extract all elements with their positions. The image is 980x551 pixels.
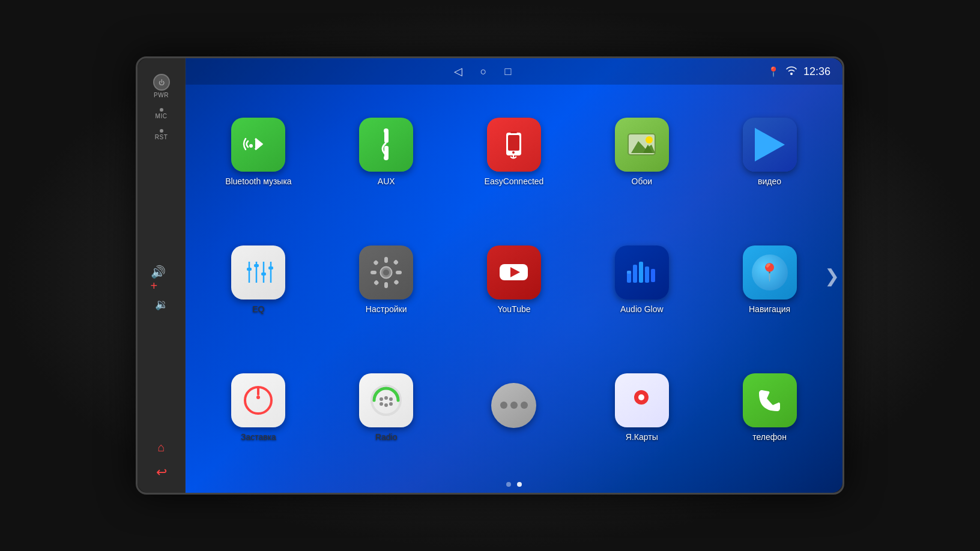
time-display: 12:36 (803, 65, 830, 78)
nav-pin-icon: 📍 (759, 262, 780, 282)
more-icon (491, 383, 536, 428)
svg-rect-30 (393, 279, 399, 285)
more-dot-2 (510, 402, 518, 409)
phone-label: телефон (752, 432, 787, 442)
vol-down-icon: 🔉 (155, 298, 168, 311)
left-panel: ⏻ PWR MIC RST 🔊+ 🔉 ⌂ (138, 58, 186, 493)
more-dot-3 (521, 402, 528, 409)
status-right: 📍 12:36 (767, 65, 830, 78)
pwr-button[interactable]: ⏻ PWR (138, 70, 185, 102)
svg-rect-15 (247, 268, 252, 271)
right-arrow-button[interactable]: ❯ (824, 265, 839, 286)
svg-point-48 (384, 396, 388, 400)
app-aux[interactable]: AUX (325, 91, 447, 212)
phone-icon (743, 373, 797, 427)
app-bluetooth[interactable]: Bluetooth музыка (198, 91, 319, 212)
app-radio[interactable]: Radio (325, 347, 447, 469)
app-more[interactable] (453, 347, 575, 469)
easyconnected-label: EasyConnected (485, 176, 544, 186)
youtube-label: YouTube (497, 304, 530, 314)
navigation-icon: 📍 (743, 245, 797, 300)
svg-rect-40 (627, 271, 631, 274)
vol-down-button[interactable]: 🔉 (151, 296, 172, 313)
app-screensaver[interactable]: Заставка (198, 347, 319, 469)
more-dots (500, 402, 528, 409)
app-audioglow[interactable]: Audio Glow (581, 218, 703, 340)
svg-rect-6 (508, 135, 519, 151)
svg-point-32 (383, 269, 389, 276)
svg-rect-36 (633, 265, 637, 283)
home-icon: ⌂ (157, 441, 165, 454)
svg-point-11 (646, 136, 653, 143)
rst-dot (160, 129, 163, 133)
svg-rect-39 (651, 269, 655, 282)
video-icon (743, 118, 797, 172)
svg-point-46 (389, 402, 393, 406)
svg-rect-38 (645, 266, 649, 283)
app-navigation[interactable]: 📍 Навигация (709, 218, 830, 340)
svg-point-45 (384, 403, 388, 407)
svg-point-47 (380, 397, 383, 401)
home-button[interactable]: ⌂ (151, 439, 172, 456)
svg-point-0 (249, 144, 253, 148)
app-video[interactable]: видео (709, 91, 830, 212)
app-easyconnected[interactable]: EasyConnected (453, 91, 575, 212)
svg-point-51 (638, 394, 644, 400)
nav-recent-button[interactable]: □ (504, 65, 511, 78)
easyconnected-icon (487, 118, 541, 172)
navigation-label: Навигация (749, 304, 790, 314)
wallpaper-label: Обои (632, 176, 653, 186)
app-eq[interactable]: EQ (198, 218, 319, 340)
page-dots (506, 482, 522, 487)
svg-rect-24 (384, 282, 388, 288)
eq-icon (231, 245, 285, 300)
nav-ball-visual: 📍 (752, 254, 788, 291)
app-settings[interactable]: Настройки (325, 218, 447, 340)
svg-point-4 (384, 155, 389, 160)
video-label: видео (758, 176, 781, 186)
nav-buttons: ◁ ○ □ (198, 65, 767, 78)
mic-label: MIC (156, 113, 168, 119)
settings-icon (359, 245, 413, 300)
svg-rect-23 (384, 257, 388, 263)
back-icon: ↩ (156, 465, 167, 480)
main-screen: ◁ ○ □ 📍 12:36 (186, 58, 842, 493)
audioglow-icon (615, 245, 669, 300)
bluetooth-icon (231, 118, 285, 172)
settings-label: Настройки (366, 304, 407, 314)
svg-rect-17 (254, 264, 259, 267)
app-yandex[interactable]: Я.Карты (581, 347, 703, 469)
vol-up-button[interactable]: 🔊+ (151, 271, 172, 288)
pwr-circle: ⏻ (153, 74, 170, 91)
aux-icon (359, 118, 413, 172)
app-wallpaper[interactable]: Обои (581, 91, 703, 212)
more-dot-1 (500, 402, 507, 409)
svg-rect-19 (261, 272, 266, 276)
location-icon: 📍 (767, 66, 779, 77)
svg-rect-28 (393, 259, 399, 265)
screen-bezel: ⏻ PWR MIC RST 🔊+ 🔉 ⌂ (136, 56, 844, 495)
audioglow-label: Audio Glow (620, 304, 664, 314)
yandex-icon (615, 373, 669, 427)
page-dot-2 (517, 482, 522, 487)
svg-point-43 (372, 386, 401, 415)
svg-rect-8 (510, 131, 517, 133)
svg-rect-29 (374, 280, 380, 286)
screensaver-icon (231, 373, 285, 427)
more-container (487, 378, 541, 432)
app-phone[interactable]: телефон (709, 347, 830, 469)
screensaver-label: Заставка (241, 432, 276, 442)
nav-home-button[interactable]: ○ (480, 65, 487, 78)
app-youtube[interactable]: YouTube (453, 218, 575, 340)
nav-back-button[interactable]: ◁ (454, 65, 462, 78)
svg-rect-25 (371, 271, 377, 274)
app-grid: Bluetooth музыка AUX (186, 85, 842, 475)
bluetooth-label: Bluetooth музыка (225, 176, 292, 186)
radio-label: Radio (375, 432, 398, 442)
svg-point-42 (256, 396, 260, 399)
eq-label: EQ (252, 304, 264, 314)
back-button[interactable]: ↩ (151, 464, 172, 481)
svg-rect-37 (639, 262, 643, 283)
aux-label: AUX (378, 176, 395, 186)
wifi-icon (785, 65, 797, 77)
